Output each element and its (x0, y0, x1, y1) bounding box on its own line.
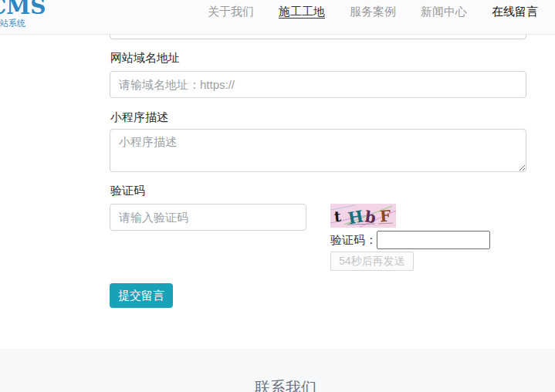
nav-item-news-center[interactable]: 新闻中心 (421, 5, 467, 39)
contact-us-heading: 联系我们 (255, 377, 316, 392)
domain-input[interactable] (110, 71, 526, 98)
captcha-inline-input[interactable] (377, 231, 490, 249)
nav-item-online-message[interactable]: 在线留言 (492, 5, 538, 39)
nav-item-construction-site[interactable]: 施工工地 (279, 5, 325, 39)
site-logo[interactable]: CMS 建站系统 (0, 0, 46, 28)
description-textarea[interactable] (110, 129, 526, 172)
domain-field-label: 网站域名地址 (110, 51, 180, 66)
site-header: CMS 建站系统 关于我们 施工工地 服务案例 新闻中心 在线留言 (0, 0, 555, 35)
captcha-verify-row: 验证码： (330, 231, 490, 249)
description-field-label: 小程序描述 (110, 110, 168, 125)
logo-subtext: 建站系统 (0, 19, 46, 28)
captcha-inline-label: 验证码： (330, 233, 377, 248)
page-footer: 联系我们 (0, 349, 555, 392)
resend-countdown-button[interactable]: 54秒后再发送 (330, 252, 414, 271)
nav-item-service-cases[interactable]: 服务案例 (350, 5, 396, 39)
submit-message-button[interactable]: 提交留言 (110, 283, 173, 308)
captcha-field-label: 验证码 (110, 184, 145, 198)
captcha-char-4: F (379, 206, 391, 225)
captcha-image[interactable]: t H b F (330, 204, 396, 228)
nav-item-about[interactable]: 关于我们 (208, 5, 254, 39)
logo-text: CMS (0, 0, 46, 18)
main-nav: 关于我们 施工工地 服务案例 新闻中心 在线留言 (208, 0, 538, 39)
captcha-input[interactable] (110, 204, 306, 231)
page: CMS 建站系统 关于我们 施工工地 服务案例 新闻中心 在线留言 网站域名地址… (0, 0, 555, 392)
